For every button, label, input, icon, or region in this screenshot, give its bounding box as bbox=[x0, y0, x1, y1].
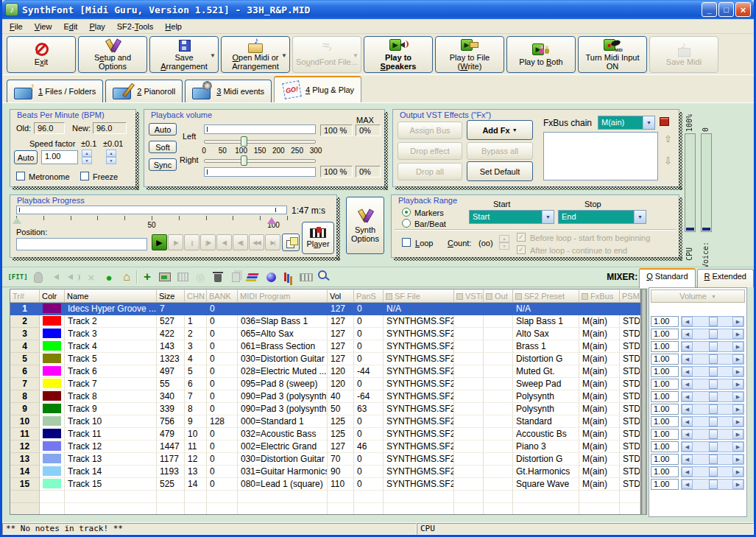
slider-track[interactable] bbox=[693, 442, 732, 452]
set-default-button[interactable]: Set Default bbox=[467, 161, 533, 181]
player-button[interactable]: Player bbox=[302, 222, 334, 254]
loop-checkbox[interactable] bbox=[402, 238, 411, 247]
column-header-bank[interactable]: BANK bbox=[207, 289, 238, 303]
column-header-pans[interactable]: PanS bbox=[354, 289, 384, 303]
table-row[interactable]: 11Track 11479100032=Acoustic Bass1250SYN… bbox=[10, 428, 640, 441]
speed-factor-input[interactable]: 1.00 bbox=[41, 150, 78, 164]
volume-value-input[interactable]: 1.00 bbox=[651, 429, 679, 440]
dropdown-arrow-icon[interactable]: ▼ bbox=[210, 52, 216, 60]
slider-left-arrow-icon[interactable]: ◀ bbox=[682, 367, 693, 376]
slider-right-arrow-icon[interactable]: ▶ bbox=[732, 342, 743, 351]
column-header-name[interactable]: Name bbox=[65, 289, 157, 303]
slider-track[interactable] bbox=[693, 379, 732, 389]
play-to-both-button[interactable]: ▶Play to Both bbox=[506, 36, 576, 73]
sphere-icon[interactable] bbox=[263, 270, 279, 284]
save-arrangement-button[interactable]: Save Arrangement▼ bbox=[149, 36, 219, 73]
volume-slider[interactable]: ◀▶ bbox=[681, 341, 744, 352]
slider-track[interactable] bbox=[693, 392, 732, 401]
minimize-button[interactable]: _ bbox=[702, 2, 717, 17]
slider-left-arrow-icon[interactable]: ◀ bbox=[682, 342, 693, 351]
volume-sync-button[interactable]: Sync bbox=[149, 158, 177, 171]
midi-file-icon[interactable] bbox=[157, 270, 173, 284]
slider-right-arrow-icon[interactable]: ▶ bbox=[732, 454, 743, 464]
menu-help[interactable]: Help bbox=[159, 21, 188, 32]
freeze-checkbox[interactable] bbox=[80, 172, 89, 180]
table-row[interactable]: 15Track 15525140080=Lead 1 (square)1100S… bbox=[10, 478, 640, 491]
volume-slider[interactable]: ◀▶ bbox=[681, 404, 744, 415]
slider-right-arrow-icon[interactable]: ▶ bbox=[732, 404, 743, 414]
table-row[interactable]: 12Track 121447110002=Electric Grand12746… bbox=[10, 441, 640, 453]
bpm-auto-button[interactable]: Auto bbox=[14, 150, 38, 164]
table-row[interactable]: 4Track 414330061=Brass Section1270SYNTHG… bbox=[10, 340, 640, 353]
close-button[interactable]: × bbox=[735, 2, 751, 17]
left-volume-slider[interactable] bbox=[204, 136, 316, 147]
speed-spinner-tiny[interactable]: ▲▼ bbox=[106, 150, 116, 164]
volume-value-input[interactable]: 1.00 bbox=[651, 479, 679, 490]
volume-auto-button[interactable]: Auto bbox=[149, 123, 177, 136]
volume-value-input[interactable]: 1.00 bbox=[651, 416, 679, 427]
volume-value-input[interactable]: 1.00 bbox=[651, 316, 679, 327]
dropdown-arrow-icon[interactable]: ▼ bbox=[353, 52, 358, 60]
volume-slider[interactable]: ◀▶ bbox=[681, 441, 744, 452]
slider-left-arrow-icon[interactable]: ◀ bbox=[682, 429, 693, 439]
volume-slider[interactable]: ◀▶ bbox=[681, 391, 744, 402]
table-row[interactable]: 14Track 141193130031=Guitar Harmonics900… bbox=[10, 466, 640, 478]
slider-track[interactable] bbox=[693, 480, 732, 489]
right-volume-slider[interactable] bbox=[204, 155, 316, 166]
position-field[interactable] bbox=[16, 238, 147, 250]
range-start-select[interactable]: Start▼ bbox=[469, 210, 554, 224]
volume-slider[interactable]: ◀▶ bbox=[681, 316, 744, 327]
slider-track[interactable] bbox=[693, 317, 732, 326]
table-row[interactable]: 6Track 649750028=Electric Muted ...120-4… bbox=[10, 365, 640, 378]
slider-track[interactable] bbox=[693, 417, 732, 427]
metronome-checkbox[interactable] bbox=[16, 172, 25, 180]
slider-track[interactable] bbox=[693, 454, 732, 464]
volume-slider[interactable]: ◀▶ bbox=[681, 366, 744, 377]
slider-track[interactable] bbox=[693, 467, 732, 477]
table-row[interactable]: 10Track 107569128000=Standard 11250SYNTH… bbox=[10, 415, 640, 428]
slider-right-arrow-icon[interactable]: ▶ bbox=[732, 480, 743, 489]
table-row[interactable]: 8Track 834070090=Pad 3 (polysynth)40-64S… bbox=[10, 390, 640, 403]
delete-icon[interactable] bbox=[210, 270, 226, 284]
range-stop-select[interactable]: End▼ bbox=[558, 210, 646, 224]
volume-value-input[interactable]: 1.00 bbox=[651, 441, 679, 452]
slider-right-arrow-icon[interactable]: ▶ bbox=[732, 417, 743, 427]
fxbus-chain-select[interactable]: M(ain)▼ bbox=[598, 116, 655, 130]
table-row[interactable]: 3Track 342220065=Alto Sax1270SYNTHGMS.SF… bbox=[10, 328, 640, 340]
slider-track[interactable] bbox=[693, 367, 732, 376]
volume-value-input[interactable]: 1.00 bbox=[651, 379, 679, 390]
slider-right-arrow-icon[interactable]: ▶ bbox=[732, 379, 743, 389]
duplicate-window-button[interactable] bbox=[282, 234, 300, 251]
slider-left-arrow-icon[interactable]: ◀ bbox=[682, 392, 693, 401]
synth-options-button[interactable]: Synth Options bbox=[346, 197, 384, 254]
volume-mixer-header[interactable]: Volume▼ bbox=[651, 289, 745, 303]
slider-left-arrow-icon[interactable]: ◀ bbox=[682, 454, 693, 464]
slider-left-arrow-icon[interactable]: ◀ bbox=[682, 404, 693, 414]
column-header-midi-program[interactable]: MIDI Program bbox=[238, 289, 328, 303]
table-splitter[interactable] bbox=[641, 289, 647, 515]
column-header-fxbus[interactable]: FxBus bbox=[579, 289, 620, 303]
slider-left-arrow-icon[interactable]: ◀ bbox=[682, 417, 693, 427]
fit-button[interactable]: [FIT] bbox=[7, 270, 29, 284]
table-row[interactable]: 2Track 252710036=Slap Bass 11270SYNTHGMS… bbox=[10, 315, 640, 328]
column-header-tr[interactable]: Tr# bbox=[10, 289, 40, 303]
slider-left-arrow-icon[interactable]: ◀ bbox=[682, 480, 693, 489]
slider-right-arrow-icon[interactable]: ▶ bbox=[732, 392, 743, 401]
fx-move-down-icon[interactable]: ⇩ bbox=[664, 155, 672, 166]
home-icon[interactable]: ⌂ bbox=[119, 270, 135, 284]
slider-track[interactable] bbox=[693, 354, 732, 364]
table-row[interactable]: 1Idecs Hyper Groove ...701270N/AN/A bbox=[10, 303, 640, 315]
slider-right-arrow-icon[interactable]: ▶ bbox=[732, 467, 743, 477]
slider-right-arrow-icon[interactable]: ▶ bbox=[732, 354, 743, 364]
column-header-sf2-preset[interactable]: SF2 Preset bbox=[513, 289, 579, 303]
slider-left-arrow-icon[interactable]: ◀ bbox=[682, 329, 693, 339]
column-header-colr[interactable]: Colr bbox=[40, 289, 65, 303]
menu-play[interactable]: Play bbox=[83, 21, 110, 32]
volume-slider[interactable]: ◀▶ bbox=[681, 354, 744, 365]
slider-right-arrow-icon[interactable]: ▶ bbox=[732, 317, 743, 326]
volume-value-input[interactable]: 1.00 bbox=[651, 354, 679, 365]
column-header-psm[interactable]: PSM bbox=[620, 289, 640, 303]
column-header-vsti[interactable]: VSTi bbox=[454, 289, 484, 303]
menu-file[interactable]: File bbox=[4, 21, 29, 32]
record-icon[interactable]: ● bbox=[101, 270, 117, 284]
